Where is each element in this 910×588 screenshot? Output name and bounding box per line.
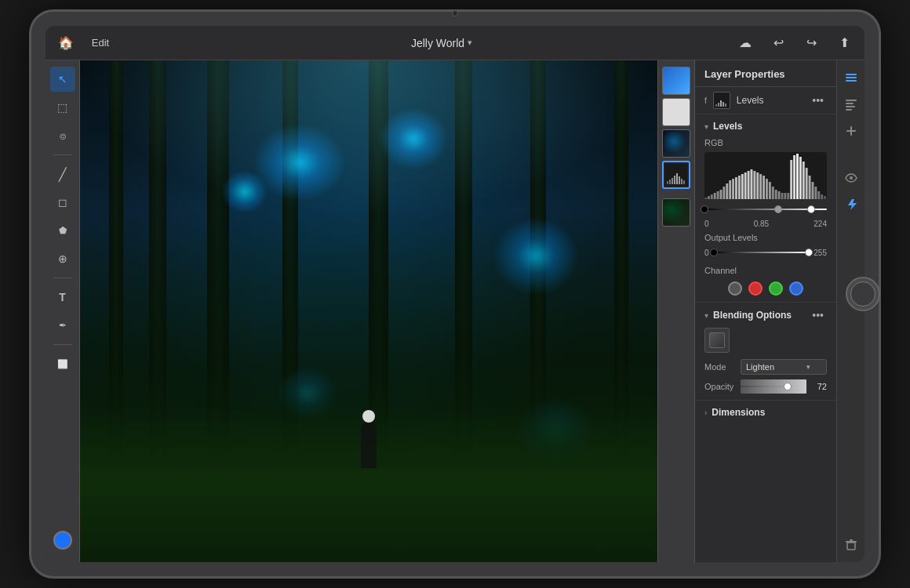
cloud-icon[interactable]: ☁	[734, 32, 756, 54]
lightning-icon-strip[interactable]	[840, 194, 862, 216]
svg-rect-1	[667, 181, 668, 184]
blend-more-button[interactable]: •••	[809, 309, 827, 321]
app-title[interactable]: Jelly World ▾	[411, 37, 472, 49]
eye-svg	[844, 171, 858, 185]
svg-rect-19	[717, 191, 719, 199]
channel-blue[interactable]	[789, 281, 803, 296]
tablet-frame: 🏠 Edit Jelly World ▾ ☁ ↩ ↪ ⬆ ↖ ⬚	[31, 12, 879, 576]
home-icon[interactable]: 🏠	[55, 32, 77, 54]
canvas-image	[80, 60, 657, 562]
color-swatch[interactable]	[53, 531, 72, 550]
delete-icon-strip[interactable]	[840, 534, 862, 556]
svg-rect-28	[744, 172, 747, 199]
svg-rect-30	[751, 169, 753, 199]
right-area: Layer Properties f	[695, 60, 864, 562]
main-right-panel: Layer Properties f	[695, 60, 836, 562]
tool-fill[interactable]: ⬟	[50, 218, 75, 243]
output-min-thumb[interactable]	[710, 249, 718, 256]
levels-header[interactable]: ▾ Levels	[704, 121, 827, 132]
svg-rect-25	[735, 177, 737, 199]
svg-rect-3	[672, 178, 673, 184]
opacity-slider[interactable]	[741, 379, 806, 394]
svg-rect-60	[846, 106, 855, 107]
tool-clone[interactable]: ⊕	[50, 246, 75, 271]
opacity-track-bg	[741, 386, 806, 387]
channel-rgb[interactable]	[728, 281, 742, 296]
white-point-thumb[interactable]	[807, 205, 815, 213]
svg-rect-56	[846, 77, 857, 78]
scroll-container: ▾ Levels RGB	[695, 114, 836, 562]
output-max-thumb[interactable]	[805, 249, 813, 256]
top-bar-center: Jelly World ▾	[149, 37, 734, 49]
layer-thumb-0[interactable]	[662, 67, 690, 95]
layer-thumb-1[interactable]	[662, 98, 690, 126]
tool-pen[interactable]: ✒	[50, 313, 75, 338]
svg-rect-6	[679, 176, 680, 184]
eye-icon-strip[interactable]	[840, 167, 862, 189]
icon-strip-right	[836, 60, 864, 562]
svg-rect-27	[741, 174, 744, 199]
svg-rect-26	[738, 176, 741, 199]
redo-icon[interactable]: ↪	[800, 32, 822, 54]
mode-row: Mode Lighten ▾	[704, 359, 827, 375]
tool-eraser[interactable]: ◻	[50, 190, 75, 215]
input-levels-slider[interactable]	[704, 202, 827, 216]
svg-rect-24	[732, 179, 734, 199]
tool-brush[interactable]: ╱	[50, 162, 75, 187]
canvas-area[interactable]	[80, 60, 657, 562]
mid-point-thumb[interactable]	[774, 205, 782, 213]
undo-icon[interactable]: ↩	[767, 32, 789, 54]
add-icon-strip[interactable]	[840, 120, 862, 142]
channel-section: Channel	[704, 266, 827, 296]
person-silhouette	[361, 421, 377, 468]
layer-row: f Levels •••	[695, 87, 836, 114]
svg-rect-67	[850, 539, 853, 541]
dimensions-title: Dimensions	[712, 407, 765, 418]
svg-rect-21	[723, 187, 725, 199]
mode-value: Lighten	[746, 362, 774, 372]
opacity-value: 72	[811, 382, 827, 391]
layer-thumb-2[interactable]	[662, 129, 690, 158]
svg-rect-47	[803, 162, 805, 199]
blend-mode-icon[interactable]	[704, 328, 730, 353]
share-icon[interactable]: ⬆	[833, 32, 855, 54]
layers-icon-strip[interactable]	[840, 67, 862, 89]
black-point-value: 0	[704, 220, 709, 228]
blending-section: ▾ Blending Options •••	[695, 303, 836, 401]
layer-mini-thumb[interactable]	[713, 92, 730, 109]
svg-rect-42	[787, 193, 789, 199]
properties-icon-strip[interactable]	[840, 93, 862, 115]
svg-rect-23	[729, 180, 731, 199]
layer-thumb-3[interactable]	[662, 161, 690, 189]
opacity-thumb[interactable]	[784, 383, 792, 390]
title-dropdown-arrow[interactable]: ▾	[468, 38, 472, 48]
output-track	[714, 252, 810, 253]
delete-svg	[845, 539, 857, 551]
more-button[interactable]: •••	[809, 94, 827, 107]
tool-image[interactable]: ⬜	[50, 351, 75, 376]
layers-svg	[844, 71, 858, 85]
tool-text[interactable]: T	[50, 285, 75, 310]
mode-dropdown[interactable]: Lighten ▾	[741, 359, 827, 375]
channel-red[interactable]	[748, 281, 763, 296]
black-point-thumb[interactable]	[701, 205, 708, 213]
tool-select[interactable]: ↖	[50, 67, 75, 92]
layer-thumb-4[interactable]	[662, 198, 690, 227]
channel-dots	[704, 281, 827, 296]
blend-chevron: ▾	[704, 311, 708, 320]
svg-rect-61	[846, 109, 852, 111]
white-point-value: 224	[814, 220, 827, 228]
tool-divider-1	[53, 154, 72, 155]
svg-rect-16	[708, 196, 710, 199]
tool-lasso[interactable]: ⌾	[50, 123, 75, 148]
edit-menu[interactable]: Edit	[89, 32, 111, 54]
output-slider[interactable]	[714, 245, 810, 260]
svg-rect-34	[763, 176, 765, 199]
home-button[interactable]	[846, 277, 880, 311]
svg-rect-43	[790, 160, 792, 199]
blend-icon-row	[704, 328, 827, 353]
channel-green[interactable]	[769, 281, 783, 296]
tool-marquee[interactable]: ⬚	[50, 95, 75, 120]
dimensions-header[interactable]: › Dimensions	[704, 407, 827, 418]
properties-svg	[844, 97, 858, 111]
